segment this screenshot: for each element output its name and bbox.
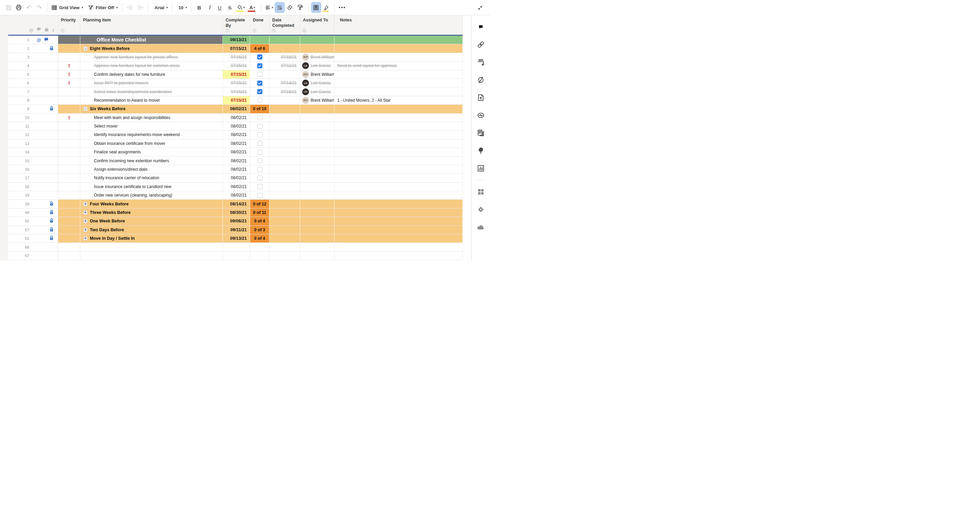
wrap-text-button[interactable] [275, 2, 285, 13]
done-cell[interactable] [250, 87, 269, 95]
done-checkbox-unchecked[interactable] [257, 72, 262, 77]
notes-cell[interactable] [334, 174, 463, 182]
row-number[interactable]: 5 [8, 72, 29, 76]
notes-cell[interactable] [334, 79, 463, 87]
italic-button[interactable]: I [204, 2, 215, 13]
assigned-to-cell[interactable]: BWBrent Williams [300, 96, 334, 105]
row-number[interactable]: 8 [8, 98, 29, 102]
row-number[interactable]: 66 [8, 245, 29, 249]
priority-cell[interactable] [58, 36, 80, 44]
priority-cell[interactable] [58, 208, 80, 217]
done-cell[interactable] [250, 183, 269, 191]
cloud-icon[interactable] [477, 223, 485, 231]
gutter-cell[interactable]: 6 [8, 79, 58, 87]
complete-by-cell[interactable]: 08/02/21 [223, 122, 250, 130]
done-cell[interactable] [250, 130, 269, 139]
done-cell[interactable]: 0 of 11 [250, 208, 269, 217]
priority-cell[interactable] [58, 122, 80, 130]
format-painter-button[interactable] [295, 2, 305, 13]
priority-cell[interactable] [58, 200, 80, 208]
complete-by-cell[interactable]: 07/15/21 [223, 96, 250, 105]
more-options-button[interactable]: ••• [337, 2, 347, 13]
planning-item-cell[interactable]: Finalize seat assignments [80, 148, 223, 156]
row-number[interactable]: 3 [8, 55, 29, 59]
planning-item-cell[interactable]: Issue RFP to potential movers [80, 79, 223, 87]
done-cell[interactable]: 0 of 12 [250, 200, 269, 208]
expand-row-icon[interactable]: + [83, 211, 88, 214]
done-cell[interactable]: 0 of 10 [250, 105, 269, 113]
column-header-dc[interactable]: Date Completed ⓘ [269, 15, 300, 35]
notes-cell[interactable] [334, 191, 463, 199]
gutter-cell[interactable]: 4 [8, 62, 58, 70]
complete-by-cell[interactable]: 07/15/21 [223, 62, 250, 70]
done-cell[interactable] [250, 122, 269, 130]
priority-cell[interactable] [58, 148, 80, 156]
fill-color-button[interactable]: ▾ [235, 2, 247, 13]
gutter-cell[interactable]: 67 [8, 252, 58, 260]
assigned-to-cell[interactable]: LGLori Garcia [300, 62, 334, 70]
planning-item-cell[interactable]: +Move In Day / Settle In [80, 234, 223, 243]
date-completed-cell[interactable] [269, 234, 300, 243]
gutter-cell[interactable]: 8 [8, 96, 58, 105]
planning-item-cell[interactable]: +Three Weeks Before [80, 208, 223, 217]
assigned-to-cell[interactable] [300, 140, 334, 148]
gutter-cell[interactable]: 18 [8, 183, 58, 191]
assigned-to-cell[interactable] [300, 165, 334, 173]
date-completed-cell[interactable] [269, 191, 300, 199]
priority-cell[interactable] [58, 191, 80, 199]
planning-item-cell[interactable]: Assign extensions/direct dials [80, 165, 223, 173]
gutter-cell[interactable]: 57 [8, 226, 58, 234]
bold-button[interactable]: B [194, 2, 204, 13]
view-switcher-button[interactable]: Grid View ▾ [50, 2, 84, 13]
attachment-icon[interactable]: @ [37, 37, 41, 43]
date-completed-cell[interactable] [269, 130, 300, 139]
priority-cell[interactable]: ! [58, 70, 80, 79]
complete-by-cell[interactable]: 07/15/21 [223, 79, 250, 87]
notes-cell[interactable] [334, 122, 463, 130]
gutter-cell[interactable]: 10 [8, 114, 58, 122]
grid-apps-icon[interactable] [477, 188, 485, 196]
priority-cell[interactable] [58, 165, 80, 173]
cell-format-button[interactable] [311, 2, 321, 13]
text-color-button[interactable]: A ▾ [247, 2, 258, 13]
planning-item-cell[interactable]: Approve new furniture layout for private… [80, 53, 223, 61]
activity-pulse-icon[interactable] [477, 111, 485, 119]
notes-cell[interactable] [334, 44, 463, 52]
font-family-select[interactable]: Arial ▾ [151, 2, 169, 13]
row-number[interactable]: 4 [8, 64, 29, 68]
priority-cell[interactable] [58, 174, 80, 182]
notes-cell[interactable] [334, 183, 463, 191]
date-completed-cell[interactable] [269, 165, 300, 173]
done-checkbox-unchecked[interactable] [257, 124, 262, 129]
date-completed-cell[interactable] [269, 252, 300, 260]
complete-by-cell[interactable]: 08/02/21 [223, 156, 250, 165]
priority-cell[interactable]: ! [58, 62, 80, 70]
done-checkbox-unchecked[interactable] [257, 98, 262, 103]
diamond-icon[interactable] [477, 205, 485, 214]
column-header-done[interactable]: Done ⓘ [250, 15, 269, 35]
assigned-to-cell[interactable] [300, 122, 334, 130]
done-cell[interactable]: 0 of 3 [250, 226, 269, 234]
date-completed-cell[interactable] [269, 243, 300, 251]
done-checkbox-unchecked[interactable] [257, 167, 262, 172]
done-checkbox-checked[interactable] [257, 81, 262, 86]
gutter-cell[interactable]: 14 [8, 148, 58, 156]
assigned-to-cell[interactable]: LGLori Garcia [300, 87, 334, 95]
row-number[interactable]: 2 [8, 47, 29, 51]
expand-row-icon[interactable]: + [83, 237, 88, 240]
date-completed-cell[interactable] [269, 44, 300, 52]
priority-cell[interactable] [58, 130, 80, 139]
assigned-to-cell[interactable] [300, 156, 334, 165]
row-number[interactable]: 52 [8, 219, 29, 223]
date-completed-cell[interactable] [269, 217, 300, 225]
assigned-to-cell[interactable] [300, 105, 334, 113]
notes-cell[interactable] [334, 105, 463, 113]
font-size-select[interactable]: 10 ▾ [175, 2, 188, 13]
row-number[interactable]: 15 [8, 159, 29, 163]
complete-by-cell[interactable]: 09/06/21 [223, 217, 250, 225]
row-number[interactable]: 19 [8, 193, 29, 197]
date-completed-cell[interactable] [269, 200, 300, 208]
filter-button[interactable]: Filter Off ▾ [86, 2, 119, 13]
assigned-to-cell[interactable] [300, 217, 334, 225]
planning-item-cell[interactable]: Notify insurance carrier of relocation [80, 174, 223, 182]
